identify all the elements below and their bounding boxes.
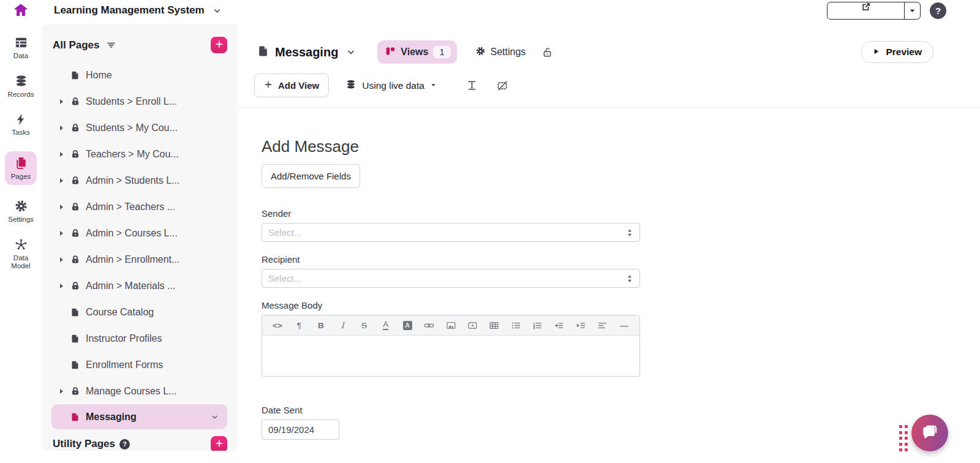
sidebar-page-item[interactable]: Course Catalog: [42, 299, 237, 325]
message-body-label: Message Body: [262, 300, 980, 311]
tab-settings[interactable]: Settings: [475, 46, 526, 58]
date-sent-input[interactable]: [262, 420, 339, 440]
sidebar-page-label: Instructor Profiles: [86, 333, 162, 344]
image-icon[interactable]: [444, 318, 458, 333]
plus-icon: [215, 439, 224, 450]
sidebar-page-item[interactable]: Admin > Enrollment...: [42, 246, 237, 273]
lock-icon: [70, 386, 80, 396]
editor-toolbar: <> ¶ B I S A A: [262, 315, 639, 336]
main-panel: Messaging Views 1 Settings: [237, 24, 980, 463]
add-page-button[interactable]: [211, 37, 227, 53]
recipient-label: Recipient: [262, 254, 980, 265]
plus-icon: [215, 40, 224, 50]
sidebar-page-item[interactable]: Admin > Teachers ...: [42, 194, 237, 220]
numbered-list-icon[interactable]: [531, 318, 545, 333]
utility-pages-row: Utility Pages ?: [42, 429, 237, 451]
go-to-live-app-button[interactable]: Go to Live App: [827, 2, 904, 19]
page-title: Messaging: [275, 45, 338, 59]
page-title-chevron-icon[interactable]: [347, 48, 355, 56]
drag-handle-dots[interactable]: [899, 425, 908, 451]
page-icon: [257, 45, 269, 60]
rich-text-editor: <> ¶ B I S A A: [262, 315, 640, 377]
help-button[interactable]: ?: [930, 2, 946, 19]
sidebar-page-label: Admin > Courses L...: [86, 228, 178, 239]
add-view-button[interactable]: Add View: [254, 73, 329, 97]
bullet-list-icon[interactable]: [509, 318, 522, 333]
page-icon: [70, 307, 80, 317]
sidebar-page-item[interactable]: Admin > Materials ...: [42, 273, 237, 299]
outdent-icon[interactable]: [552, 318, 566, 333]
data-source-toggle[interactable]: Using live data: [345, 79, 437, 92]
sidebar-page-item[interactable]: Admin > Courses L...: [42, 220, 237, 246]
expand-chevron-icon[interactable]: [60, 126, 70, 130]
recipient-select[interactable]: Select...: [262, 269, 640, 288]
utility-pages-title: Utility Pages: [53, 438, 115, 450]
live-app-dropdown-toggle[interactable]: [904, 2, 920, 19]
sidebar-page-item[interactable]: Enrollment Forms: [42, 352, 237, 378]
sidebar-page-item[interactable]: Manage Courses L...: [42, 378, 237, 404]
expand-chevron-icon[interactable]: [60, 99, 70, 104]
text-color-button[interactable]: A: [379, 318, 393, 333]
app-title-chevron-icon[interactable]: [213, 7, 221, 15]
expand-chevron-icon[interactable]: [60, 257, 70, 262]
sidebar-page-item[interactable]: Instructor Profiles: [42, 325, 237, 352]
help-circle-icon[interactable]: ?: [119, 439, 130, 450]
chat-fab-button[interactable]: [911, 415, 948, 451]
form-canvas: Add Message Add/Remove Fields Sender Sel…: [237, 108, 980, 463]
page-icon: [70, 333, 80, 344]
expand-chevron-icon[interactable]: [60, 284, 70, 288]
view-toolbar: Add View Using live data: [237, 64, 980, 108]
sidebar-item-data-model[interactable]: Data Model: [4, 238, 37, 270]
sidebar-item-data[interactable]: Data: [4, 36, 37, 60]
editor-content[interactable]: [262, 336, 639, 376]
video-icon[interactable]: [466, 318, 479, 333]
sidebar-page-item[interactable]: Teachers > My Cou...: [42, 141, 237, 167]
strikethrough-button[interactable]: S: [358, 318, 371, 333]
chevron-down-icon[interactable]: [211, 413, 219, 421]
lightning-icon: [14, 113, 28, 126]
add-utility-page-button[interactable]: [211, 436, 227, 451]
sidebar-page-label: Messaging: [86, 412, 137, 423]
background-color-button[interactable]: A: [401, 318, 414, 333]
slashed-rectangle-icon[interactable]: [496, 80, 508, 92]
expand-chevron-icon[interactable]: [60, 231, 70, 236]
home-button[interactable]: [13, 2, 28, 19]
code-view-button[interactable]: <>: [271, 318, 284, 333]
sender-placeholder: Select...: [268, 227, 301, 238]
app-window: Learning Management System Go to Live Ap…: [0, 0, 980, 463]
expand-chevron-icon[interactable]: [60, 205, 70, 209]
sidebar-page-item[interactable]: Home: [42, 62, 237, 88]
sidebar-page-item[interactable]: Students > Enroll L...: [42, 88, 237, 115]
filter-icon[interactable]: [106, 40, 116, 50]
expand-chevron-icon[interactable]: [60, 152, 70, 157]
database-icon: [14, 74, 28, 88]
sidebar-item-records[interactable]: Records: [4, 74, 37, 99]
align-icon[interactable]: [596, 318, 609, 333]
sender-select[interactable]: Select...: [262, 223, 640, 242]
link-icon[interactable]: [423, 318, 436, 333]
expand-chevron-icon[interactable]: [60, 178, 70, 183]
tab-views[interactable]: Views 1: [377, 40, 456, 64]
table-icon[interactable]: [488, 318, 501, 333]
preview-button[interactable]: Preview: [861, 41, 933, 63]
sidebar-item-pages[interactable]: Pages: [5, 151, 37, 185]
sidebar-page-item[interactable]: Admin > Students L...: [42, 167, 237, 194]
horizontal-rule-button[interactable]: —: [617, 318, 631, 333]
indent-icon[interactable]: [574, 318, 587, 333]
sidebar-item-settings[interactable]: Settings: [4, 199, 37, 224]
page-header: Messaging Views 1 Settings: [237, 24, 980, 64]
row-height-icon[interactable]: [466, 80, 478, 91]
all-pages-title: All Pages: [53, 39, 100, 51]
lock-icon: [70, 254, 80, 265]
italic-button[interactable]: I: [336, 318, 349, 333]
sidebar-item-tasks[interactable]: Tasks: [4, 113, 37, 137]
add-remove-fields-button[interactable]: Add/Remove Fields: [262, 164, 360, 188]
sidebar-page-item[interactable]: Messaging: [51, 404, 227, 429]
sidebar-page-label: Students > Enroll L...: [86, 96, 177, 107]
sidebar-page-item[interactable]: Students > My Cou...: [42, 115, 237, 141]
paragraph-button[interactable]: ¶: [292, 318, 306, 333]
unlock-icon[interactable]: [541, 47, 553, 58]
bold-button[interactable]: B: [314, 318, 328, 333]
sidebar-page-label: Admin > Enrollment...: [86, 254, 179, 265]
expand-chevron-icon[interactable]: [60, 389, 70, 394]
